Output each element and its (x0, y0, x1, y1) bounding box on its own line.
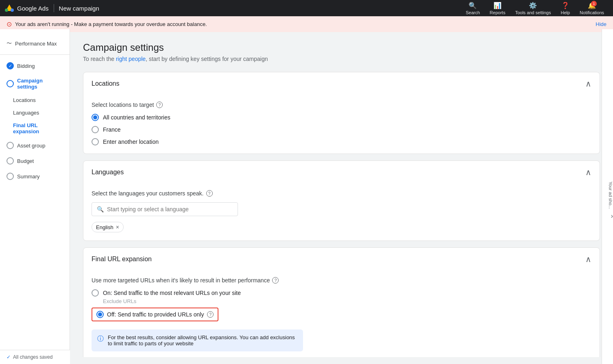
location-option-all[interactable]: All countries and territories (92, 114, 591, 121)
location-all-label: All countries and territories (103, 114, 170, 121)
notifications-icon: 🔔 1 (588, 2, 596, 9)
final-url-card-header[interactable]: Final URL expansion ∧ (83, 248, 600, 271)
subtitle-link[interactable]: right people (116, 56, 146, 62)
url-option-on[interactable]: On: Send traffic to the most relevant UR… (92, 289, 591, 297)
url-option-off[interactable]: Off: Send traffic to provided URLs only … (92, 308, 591, 321)
url-options-group: On: Send traffic to the most relevant UR… (92, 289, 591, 351)
sidebar-status: ✓ All changes saved (0, 350, 70, 364)
info-icon: ⓘ (97, 335, 104, 343)
sidebar-sub-item-languages[interactable]: Languages (0, 106, 70, 119)
search-nav-item[interactable]: 🔍 Search (462, 0, 484, 17)
sidebar-performance-max-label: Performance Max (15, 41, 57, 47)
asset-group-circle-icon (7, 142, 14, 149)
languages-select-label: Select the languages your customers spea… (92, 190, 591, 197)
sidebar-campaign-settings-label: Campaign settings (17, 78, 63, 90)
sidebar-item-summary[interactable]: Summary (0, 169, 70, 184)
url-off-help-icon[interactable]: ? (207, 311, 214, 318)
notifications-nav-item[interactable]: 🔔 1 Notifications (576, 0, 608, 17)
language-tag-label: English (96, 224, 113, 230)
location-option-france[interactable]: France (92, 126, 591, 133)
language-search-icon: 🔍 (97, 206, 104, 212)
language-search-input[interactable] (107, 206, 233, 212)
sidebar-languages-label: Languages (13, 110, 39, 116)
svg-point-2 (5, 9, 8, 12)
languages-card-header[interactable]: Languages ∧ (83, 161, 600, 184)
sidebar-summary-label: Summary (17, 173, 40, 180)
tools-settings-nav-item[interactable]: ⚙️ Tools and settings (511, 0, 555, 17)
reports-icon: 📊 (493, 2, 502, 9)
language-search-box[interactable]: 🔍 (92, 202, 238, 216)
google-ads-logo[interactable]: Google Ads (5, 4, 49, 13)
languages-collapse-icon: ∧ (585, 167, 591, 177)
location-radio-france[interactable] (92, 126, 99, 133)
locations-collapse-icon: ∧ (585, 79, 591, 89)
languages-card: Languages ∧ Select the languages your cu… (83, 160, 600, 241)
exclude-urls-label: Exclude URLs (103, 298, 591, 304)
location-france-label: France (103, 126, 121, 133)
final-url-description: Use more targeted URLs when it's likely … (92, 277, 591, 284)
locations-card-body: Select locations to target ? All countri… (83, 95, 600, 154)
reports-nav-item[interactable]: 📊 Reports (486, 0, 510, 17)
sidebar-item-performance-max[interactable]: 〜 Performance Max (0, 36, 70, 51)
language-tags-container: English × (92, 222, 591, 232)
reports-label: Reports (490, 10, 506, 15)
sidebar-final-url-label: Final URL expansion (13, 122, 39, 134)
main-content: Campaign settings To reach the right peo… (70, 32, 613, 364)
remove-english-tag[interactable]: × (116, 224, 119, 230)
right-panel-text: Your ad sho... (608, 182, 613, 209)
location-radio-other[interactable] (92, 138, 99, 145)
locations-card-header[interactable]: Locations ∧ (83, 72, 600, 95)
locations-help-icon[interactable]: ? (156, 102, 163, 108)
performance-max-icon: 〜 (7, 40, 12, 47)
subtitle-start: To reach the (83, 56, 116, 62)
url-radio-on[interactable] (92, 289, 99, 297)
sidebar-item-campaign-settings[interactable]: Campaign settings (0, 74, 70, 94)
info-text: For the best results, consider allowing … (108, 334, 297, 347)
google-ads-logo-icon (5, 4, 14, 13)
url-on-label: On: Send traffic to the most relevant UR… (103, 290, 241, 296)
notifications-label: Notifications (580, 10, 604, 15)
sidebar-sub-item-locations[interactable]: Locations (0, 94, 70, 106)
page-subtitle: To reach the right people, start by defi… (83, 56, 600, 62)
final-url-help-icon[interactable]: ? (272, 277, 279, 284)
subtitle-end: , start by defining key settings for you… (146, 56, 268, 62)
sidebar-sub-item-final-url[interactable]: Final URL expansion (0, 119, 70, 138)
languages-help-icon[interactable]: ? (206, 190, 213, 197)
sidebar-item-asset-group[interactable]: Asset group (0, 138, 70, 153)
campaign-title: New campaign (59, 5, 99, 12)
nav-right-actions: 🔍 Search 📊 Reports ⚙️ Tools and settings… (462, 0, 608, 17)
search-label: Search (466, 10, 480, 15)
sidebar-bidding-label: Bidding (17, 63, 35, 69)
svg-point-1 (11, 9, 14, 12)
final-url-card-title: Final URL expansion (92, 256, 152, 263)
languages-label-text: Select the languages your customers spea… (92, 190, 204, 197)
campaign-settings-circle-icon (7, 80, 14, 87)
logo-text: Google Ads (17, 5, 49, 12)
top-navigation: Google Ads New campaign 🔍 Search 📊 Repor… (0, 0, 613, 16)
language-tag-english: English × (92, 222, 124, 232)
sidebar-item-budget[interactable]: Budget (0, 153, 70, 169)
hide-alert-button[interactable]: Hide (596, 21, 606, 27)
tools-label: Tools and settings (515, 10, 551, 15)
url-off-label: Off: Send traffic to provided URLs only (107, 311, 204, 318)
help-nav-item[interactable]: ❓ Help (556, 0, 574, 17)
saved-icon: ✓ (7, 354, 11, 360)
scroll-area[interactable]: Campaign settings To reach the right peo… (83, 42, 600, 357)
languages-card-title: Languages (92, 169, 124, 176)
search-icon: 🔍 (469, 2, 477, 9)
final-url-card: Final URL expansion ∧ Use more targeted … (83, 247, 600, 357)
sidebar-divider-1 (0, 54, 70, 55)
sidebar-asset-group-label: Asset group (17, 143, 45, 149)
sidebar-item-bidding[interactable]: ✓ Bidding (0, 58, 70, 74)
location-option-other[interactable]: Enter another location (92, 138, 591, 145)
right-panel-expand-icon[interactable]: › (611, 212, 613, 220)
summary-circle-icon (7, 173, 14, 180)
alert-bar: ⊙ Your ads aren't running - Make a payme… (0, 16, 613, 32)
final-url-card-body: Use more targeted URLs when it's likely … (83, 271, 600, 357)
bidding-check-icon: ✓ (7, 62, 14, 69)
sidebar: 〜 Performance Max ✓ Bidding Campaign set… (0, 29, 70, 364)
nav-divider (54, 4, 54, 12)
url-radio-off[interactable] (96, 311, 104, 318)
location-radio-all[interactable] (92, 114, 99, 121)
final-url-desc-text: Use more targeted URLs when it's likely … (92, 277, 270, 284)
